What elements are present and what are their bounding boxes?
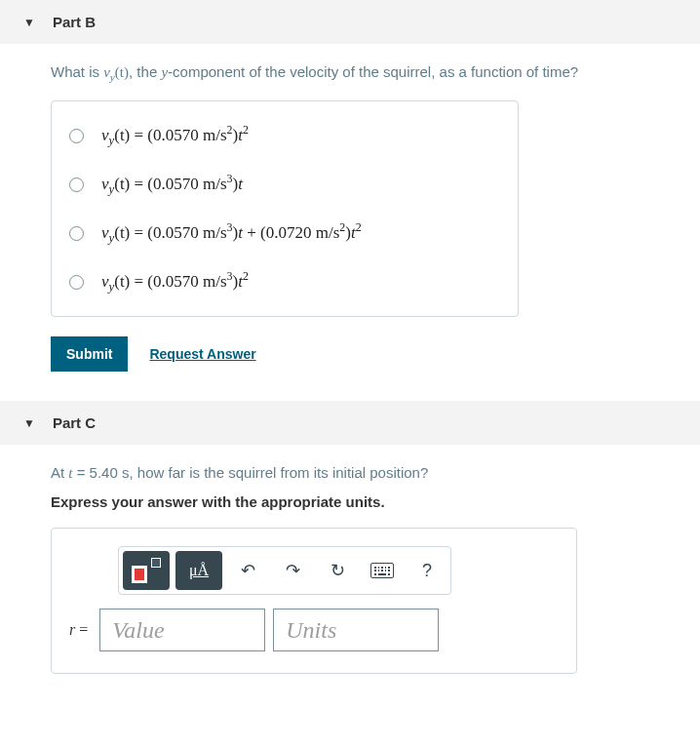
units-button[interactable]: μÅ	[175, 551, 222, 590]
collapse-icon: ▼	[23, 416, 35, 430]
part-c-header[interactable]: ▼ Part C	[0, 401, 700, 445]
units-icon: μÅ	[189, 562, 209, 579]
q-text: , how far is the squirrel from its initi…	[129, 464, 428, 481]
part-c-question: At t = 5.40 s, how far is the squirrel f…	[51, 464, 649, 482]
redo-icon: ↷	[286, 560, 300, 581]
part-b-header[interactable]: ▼ Part B	[0, 0, 700, 44]
submit-button[interactable]: Submit	[51, 336, 128, 372]
part-b-title: Part B	[53, 14, 96, 30]
keyboard-button[interactable]	[363, 551, 402, 590]
q-text: What is	[51, 63, 103, 80]
radio-icon	[69, 129, 84, 143]
choice-label: vy(t) = (0.0570 m/s3)t + (0.0720 m/s2)t2	[101, 220, 362, 246]
q-text: At	[51, 464, 68, 481]
help-icon: ?	[422, 561, 432, 581]
radio-icon	[69, 275, 84, 290]
choice-label: vy(t) = (0.0570 m/s2)t2	[101, 123, 249, 148]
q-text: -component of the velocity of the squirr…	[168, 63, 578, 80]
help-button[interactable]: ?	[408, 551, 447, 590]
q-text: = 5.40 s	[73, 464, 130, 481]
answer-input-area: μÅ ↶ ↷ ↻ ? r = Value Units	[51, 528, 577, 674]
choice-2[interactable]: vy(t) = (0.0570 m/s3)t	[69, 160, 500, 209]
radio-icon	[69, 226, 84, 241]
q-text: , the	[129, 63, 161, 80]
keyboard-icon	[370, 563, 394, 578]
choice-3[interactable]: vy(t) = (0.0570 m/s3)t + (0.0720 m/s2)t2	[69, 209, 500, 257]
template-button[interactable]	[123, 551, 170, 590]
variable-label: r =	[69, 621, 88, 639]
choice-1[interactable]: vy(t) = (0.0570 m/s2)t2	[69, 111, 500, 160]
reset-icon: ↻	[331, 560, 345, 581]
part-c-title: Part C	[53, 414, 96, 431]
input-toolbar: μÅ ↶ ↷ ↻ ?	[118, 546, 451, 595]
units-input[interactable]: Units	[273, 609, 439, 651]
choice-4[interactable]: vy(t) = (0.0570 m/s3)t2	[69, 257, 500, 306]
part-b-actions: Submit Request Answer	[51, 336, 649, 372]
value-input[interactable]: Value	[99, 609, 265, 651]
part-b-body: What is vy(t), the y-component of the ve…	[0, 44, 700, 401]
part-b-question: What is vy(t), the y-component of the ve…	[51, 63, 649, 83]
request-answer-link[interactable]: Request Answer	[149, 346, 255, 362]
input-row: r = Value Units	[69, 609, 559, 651]
undo-icon: ↶	[241, 560, 255, 581]
q-arg: (t)	[115, 64, 129, 80]
choice-label: vy(t) = (0.0570 m/s3)t2	[101, 269, 249, 295]
redo-button[interactable]: ↷	[273, 551, 312, 590]
q-var: v	[103, 64, 110, 80]
radio-icon	[69, 177, 84, 192]
part-c-instruction: Express your answer with the appropriate…	[51, 493, 649, 510]
reset-button[interactable]: ↻	[318, 551, 357, 590]
undo-button[interactable]: ↶	[228, 551, 267, 590]
part-c-body: At t = 5.40 s, how far is the squirrel f…	[0, 445, 700, 703]
collapse-icon: ▼	[23, 16, 35, 29]
answer-choices: vy(t) = (0.0570 m/s2)t2 vy(t) = (0.0570 …	[51, 100, 519, 317]
choice-label: vy(t) = (0.0570 m/s3)t	[101, 172, 243, 197]
template-icon	[132, 558, 161, 583]
